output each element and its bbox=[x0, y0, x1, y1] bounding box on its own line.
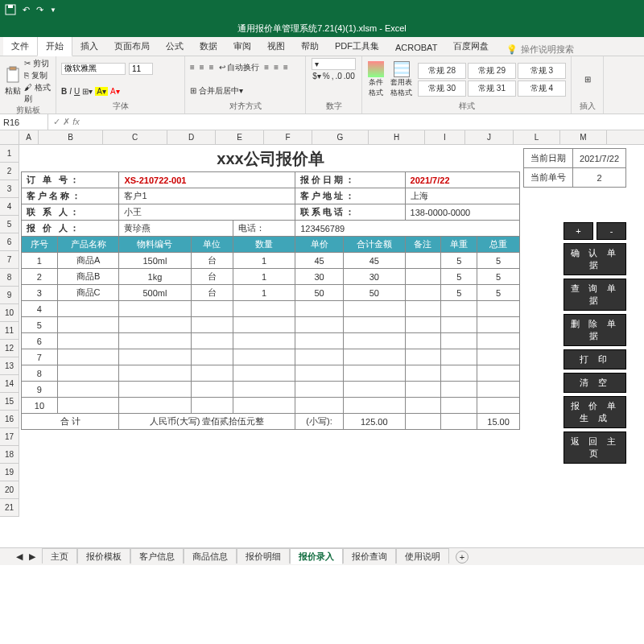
row-5[interactable]: 5 bbox=[0, 216, 19, 233]
col-I[interactable]: I bbox=[425, 130, 465, 144]
fx-icon[interactable]: ✓ ✗ fx bbox=[48, 117, 85, 127]
percent-icon[interactable]: % bbox=[323, 72, 330, 80]
tab-data[interactable]: 数据 bbox=[192, 37, 225, 56]
tab-layout[interactable]: 页面布局 bbox=[106, 37, 158, 56]
row-20[interactable]: 20 bbox=[0, 481, 19, 499]
generate-button[interactable]: 报 价 单 生 成 bbox=[564, 396, 626, 428]
currency-icon[interactable]: $▾ bbox=[312, 72, 321, 80]
delete-button[interactable]: 删 除 单 据 bbox=[564, 314, 626, 346]
row-16[interactable]: 16 bbox=[0, 411, 19, 428]
tab-nav-next[interactable]: ▶ bbox=[29, 551, 35, 562]
row-15[interactable]: 15 bbox=[0, 393, 19, 411]
row-18[interactable]: 18 bbox=[0, 446, 19, 464]
sheet-tab[interactable]: 报价录入 bbox=[290, 548, 343, 564]
align-right-icon[interactable]: ≡ bbox=[283, 63, 288, 72]
tab-baidu[interactable]: 百度网盘 bbox=[445, 37, 497, 56]
dropdown-icon[interactable]: ▼ bbox=[50, 6, 56, 14]
table-row[interactable]: 5 bbox=[22, 317, 520, 333]
table-row[interactable]: 6 bbox=[22, 333, 520, 349]
align-top-icon[interactable]: ≡ bbox=[190, 63, 195, 72]
undo-icon[interactable]: ↶ bbox=[23, 5, 30, 15]
paste-button[interactable]: 粘贴 bbox=[5, 66, 21, 97]
back-button[interactable]: 返 回 主 页 bbox=[564, 431, 626, 464]
col-L[interactable]: L bbox=[514, 130, 560, 144]
merge-button[interactable]: ⊞ 合并后居中▾ bbox=[190, 85, 243, 97]
row-1[interactable]: 1 bbox=[0, 145, 19, 163]
table-row[interactable]: 8 bbox=[22, 365, 520, 382]
col-C[interactable]: C bbox=[103, 130, 167, 144]
bold-button[interactable]: B bbox=[61, 87, 67, 96]
row-19[interactable]: 19 bbox=[0, 464, 19, 481]
row-8[interactable]: 8 bbox=[0, 269, 19, 287]
save-icon[interactable] bbox=[5, 4, 16, 15]
name-box[interactable]: R16 bbox=[0, 114, 48, 130]
row-2[interactable]: 2 bbox=[0, 163, 19, 180]
align-center-icon[interactable]: ≡ bbox=[274, 63, 279, 72]
col-H[interactable]: H bbox=[369, 130, 425, 144]
col-D[interactable]: D bbox=[167, 130, 216, 144]
font-size[interactable] bbox=[129, 63, 153, 75]
table-row[interactable]: 10 bbox=[22, 398, 520, 414]
comma-icon[interactable]: , bbox=[332, 72, 334, 80]
row-21[interactable]: 21 bbox=[0, 499, 19, 517]
align-left-icon[interactable]: ≡ bbox=[264, 63, 269, 72]
redo-icon[interactable]: ↷ bbox=[36, 5, 43, 15]
query-button[interactable]: 查 询 单 据 bbox=[564, 279, 626, 311]
sheet-tab[interactable]: 使用说明 bbox=[396, 548, 449, 564]
col-J[interactable]: J bbox=[465, 130, 514, 144]
table-row[interactable]: 3商品C500ml台1505055 bbox=[22, 285, 520, 301]
sheet-tab[interactable]: 商品信息 bbox=[184, 548, 237, 564]
table-row[interactable]: 1商品A150ml台1454555 bbox=[22, 253, 520, 269]
tab-acrobat[interactable]: ACROBAT bbox=[387, 39, 445, 56]
cond-format-button[interactable]: 条件格式 bbox=[367, 61, 385, 98]
plus-button[interactable]: + bbox=[564, 222, 593, 240]
col-F[interactable]: F bbox=[264, 130, 312, 144]
row-7[interactable]: 7 bbox=[0, 251, 19, 269]
table-format-button[interactable]: 套用表格格式 bbox=[388, 61, 415, 98]
tab-insert[interactable]: 插入 bbox=[72, 37, 106, 56]
tab-nav-prev[interactable]: ◀ bbox=[16, 551, 23, 562]
align-bot-icon[interactable]: ≡ bbox=[209, 63, 214, 72]
print-button[interactable]: 打 印 bbox=[564, 349, 626, 369]
table-row[interactable]: 4 bbox=[22, 301, 520, 317]
sheet-tab[interactable]: 报价明细 bbox=[237, 548, 290, 564]
minus-button[interactable]: - bbox=[597, 222, 626, 240]
col-A[interactable]: A bbox=[19, 130, 39, 144]
col-M[interactable]: M bbox=[560, 130, 607, 144]
align-mid-icon[interactable]: ≡ bbox=[200, 63, 204, 72]
table-row[interactable]: 2商品B1kg台1303055 bbox=[22, 269, 520, 285]
sheet-tab[interactable]: 报价查询 bbox=[343, 548, 396, 564]
row-3[interactable]: 3 bbox=[0, 180, 19, 198]
sheet-tab[interactable]: 报价模板 bbox=[77, 548, 130, 564]
tab-review[interactable]: 审阅 bbox=[225, 37, 259, 56]
col-E[interactable]: E bbox=[216, 130, 264, 144]
insert-button[interactable]: ⊞ bbox=[584, 75, 591, 84]
tell-me[interactable]: 💡操作说明搜索 bbox=[506, 43, 574, 56]
font-name[interactable] bbox=[61, 63, 126, 75]
dec-inc-icon[interactable]: .0 bbox=[336, 72, 342, 80]
table-row[interactable]: 9 bbox=[22, 382, 520, 398]
select-all[interactable] bbox=[0, 130, 19, 144]
row-6[interactable]: 6 bbox=[0, 233, 19, 251]
tab-pdf[interactable]: PDF工具集 bbox=[327, 37, 387, 56]
col-B[interactable]: B bbox=[39, 130, 103, 144]
copy-button[interactable]: ⎘ 复制 bbox=[24, 70, 51, 81]
cut-button[interactable]: ✂ 剪切 bbox=[24, 58, 51, 69]
sheet-tab[interactable]: 客户信息 bbox=[130, 548, 184, 564]
cell-styles-gallery[interactable]: 常规 28常规 29常规 3 常规 30常规 31常规 4 bbox=[418, 63, 566, 97]
tab-help[interactable]: 帮助 bbox=[293, 37, 327, 56]
fontcolor-button[interactable]: A▾ bbox=[110, 87, 120, 96]
clear-button[interactable]: 清 空 bbox=[564, 373, 626, 393]
row-4[interactable]: 4 bbox=[0, 198, 19, 216]
sheet-tab[interactable]: 主页 bbox=[42, 548, 77, 564]
border-button[interactable]: ⊞▾ bbox=[82, 87, 93, 96]
number-format[interactable]: ▾ bbox=[312, 58, 356, 70]
new-sheet-button[interactable]: + bbox=[456, 551, 469, 564]
underline-button[interactable]: U bbox=[74, 87, 80, 96]
row-12[interactable]: 12 bbox=[0, 340, 19, 357]
italic-button[interactable]: I bbox=[69, 87, 72, 96]
tab-file[interactable]: 文件 bbox=[3, 37, 37, 56]
row-11[interactable]: 11 bbox=[0, 322, 19, 340]
dec-dec-icon[interactable]: .00 bbox=[344, 72, 355, 80]
row-10[interactable]: 10 bbox=[0, 304, 19, 322]
